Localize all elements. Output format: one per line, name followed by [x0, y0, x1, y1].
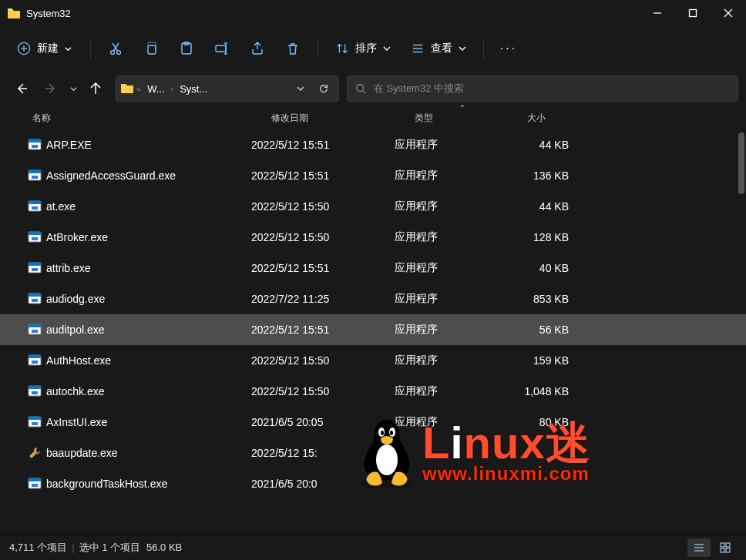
svg-rect-30	[29, 139, 41, 143]
file-type: 应用程序	[395, 230, 507, 244]
thumbnails-view-button[interactable]	[714, 538, 737, 557]
svg-rect-36	[29, 201, 41, 204]
file-type: 应用程序	[395, 292, 507, 306]
file-size: 44 KB	[507, 200, 576, 213]
column-header-date[interactable]: 修改日期	[271, 112, 415, 125]
file-row[interactable]: ARP.EXE2022/5/12 15:51应用程序44 KB	[0, 129, 746, 160]
column-header-name[interactable]: 名称	[32, 112, 271, 125]
svg-rect-40	[32, 237, 38, 240]
svg-rect-54	[29, 386, 41, 389]
file-date: 2021/6/5 20:0	[251, 478, 395, 490]
separator	[483, 39, 484, 59]
forward-button[interactable]	[37, 75, 65, 102]
svg-rect-61	[32, 484, 38, 487]
sort-button-label: 排序	[355, 42, 377, 55]
minimize-button[interactable]	[640, 0, 675, 26]
file-row[interactable]: AxInstUI.exe2021/6/5 20:05应用程序80 KB	[0, 407, 746, 438]
file-row[interactable]: attrib.exe2022/5/12 15:51应用程序40 KB	[0, 253, 746, 283]
file-name: AxInstUI.exe	[46, 416, 107, 428]
back-button[interactable]	[8, 75, 35, 102]
file-type-icon	[28, 446, 42, 460]
refresh-button[interactable]	[314, 83, 334, 94]
file-name: auditpol.exe	[46, 324, 105, 336]
sort-indicator-icon: ⌃	[459, 104, 465, 112]
file-list[interactable]: Linux迷 www.linuxmi.com ARP.EXE2022/5/12 …	[0, 129, 746, 534]
address-dropdown[interactable]	[291, 85, 311, 92]
maximize-button[interactable]	[675, 0, 711, 26]
view-button[interactable]: 查看	[403, 37, 474, 60]
svg-point-21	[357, 85, 364, 92]
search-box[interactable]: 在 System32 中搜索	[347, 75, 738, 102]
share-button[interactable]	[242, 33, 273, 64]
file-type: 应用程序	[395, 384, 507, 398]
paste-button[interactable]	[171, 33, 202, 64]
svg-rect-43	[32, 268, 38, 271]
file-row[interactable]: at.exe2022/5/12 15:50应用程序44 KB	[0, 191, 746, 222]
file-row[interactable]: backgroundTaskHost.exe2021/6/5 20:0	[0, 468, 746, 499]
file-type-icon	[28, 354, 42, 367]
file-name: AtBroker.exe	[46, 231, 108, 243]
column-header-type[interactable]: 类型⌃	[415, 112, 527, 125]
svg-rect-67	[721, 548, 724, 552]
svg-rect-68	[726, 548, 730, 552]
address-bar[interactable]: « W... › Syst...	[116, 75, 339, 102]
delete-button[interactable]	[277, 33, 308, 64]
file-type: 应用程序	[395, 415, 507, 429]
more-button[interactable]: ···	[493, 42, 524, 55]
file-name: ARP.EXE	[46, 139, 92, 151]
cut-button[interactable]	[100, 33, 131, 64]
new-button[interactable]: 新建	[8, 37, 81, 60]
copy-button[interactable]	[136, 33, 166, 64]
file-row[interactable]: audiodg.exe2022/7/22 11:25应用程序853 KB	[0, 283, 746, 314]
separator	[318, 39, 318, 59]
up-button[interactable]	[82, 75, 109, 102]
details-view-button[interactable]	[687, 538, 711, 557]
file-date: 2022/5/12 15:51	[251, 262, 395, 274]
file-type-icon	[28, 323, 42, 337]
file-date: 2022/5/12 15:50	[251, 231, 395, 243]
file-size: 56 KB	[507, 324, 576, 336]
file-size: 159 KB	[507, 354, 576, 367]
view-button-label: 查看	[431, 42, 452, 55]
file-type-icon	[28, 477, 42, 491]
svg-rect-55	[32, 391, 38, 394]
folder-icon	[121, 82, 133, 96]
chevron-left-icon: «	[136, 84, 141, 93]
close-button[interactable]	[711, 0, 746, 26]
file-size: 44 KB	[507, 139, 576, 151]
scrollbar-thumb[interactable]	[738, 132, 744, 194]
file-explorer-window: System32 新建	[0, 0, 746, 560]
file-size: 128 KB	[507, 231, 576, 243]
history-dropdown[interactable]	[66, 86, 80, 92]
file-row[interactable]: auditpol.exe2022/5/12 15:51应用程序56 KB	[0, 314, 746, 345]
status-total: 4,711 个项目	[9, 541, 67, 555]
breadcrumb-part[interactable]: W...	[144, 82, 167, 96]
file-row[interactable]: AssignedAccessGuard.exe2022/5/12 15:51应用…	[0, 160, 746, 191]
file-name: AuthHost.exe	[46, 354, 111, 367]
svg-rect-1	[690, 10, 697, 17]
folder-icon	[8, 8, 20, 18]
column-headers: 名称 修改日期 类型⌃ 大小	[0, 106, 746, 129]
file-row[interactable]: AtBroker.exe2022/5/12 15:50应用程序128 KB	[0, 222, 746, 253]
file-type-icon	[28, 200, 42, 213]
file-name: attrib.exe	[46, 262, 91, 274]
svg-rect-51	[29, 355, 41, 358]
svg-line-22	[363, 91, 366, 94]
file-row[interactable]: baaupdate.exe2022/5/12 15:	[0, 438, 746, 468]
file-name: AssignedAccessGuard.exe	[46, 169, 176, 182]
search-icon	[355, 83, 366, 94]
file-name: audiodg.exe	[46, 293, 105, 305]
file-name: at.exe	[46, 200, 76, 213]
file-type-icon	[28, 384, 42, 398]
svg-rect-33	[29, 170, 41, 173]
file-row[interactable]: AuthHost.exe2022/5/12 15:50应用程序159 KB	[0, 345, 746, 376]
svg-rect-49	[32, 330, 38, 333]
svg-rect-52	[32, 360, 38, 364]
file-row[interactable]: autochk.exe2022/5/12 15:50应用程序1,048 KB	[0, 376, 746, 407]
file-date: 2022/5/12 15:51	[251, 139, 395, 151]
column-header-size[interactable]: 大小	[527, 112, 596, 125]
file-size: 80 KB	[507, 416, 576, 428]
breadcrumb-part[interactable]: Syst...	[176, 82, 210, 96]
sort-button[interactable]: 排序	[328, 37, 398, 60]
rename-button[interactable]	[207, 33, 237, 64]
